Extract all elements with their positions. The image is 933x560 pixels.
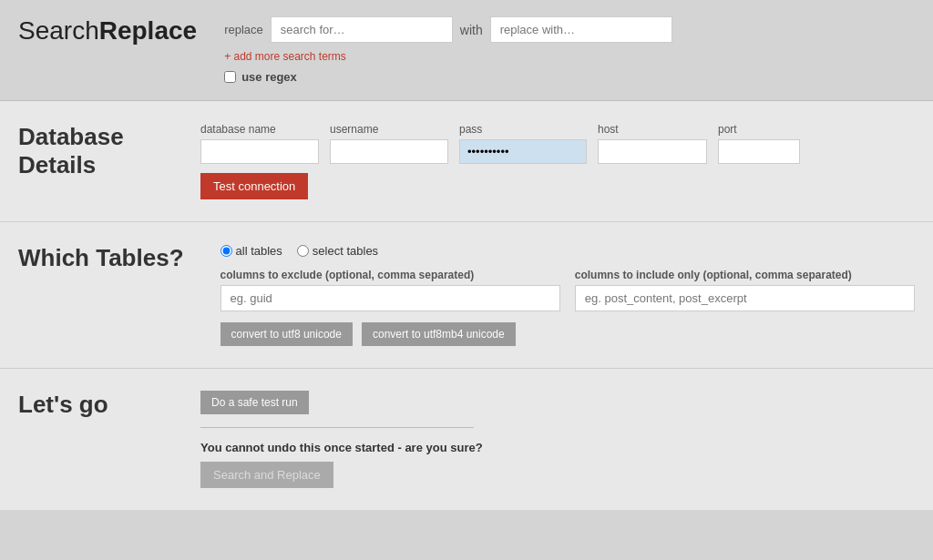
select-tables-label: select tables [313,244,378,258]
select-tables-radio[interactable] [297,245,309,257]
select-tables-option[interactable]: select tables [297,244,378,258]
db-name-field: database name [200,123,319,164]
title-bold: Replace [99,16,197,45]
include-label: columns to include only (optional, comma… [575,269,915,281]
search-replace-button[interactable]: Search and Replace [200,462,333,488]
safe-test-button[interactable]: Do a safe test run [200,391,309,414]
convert-utf8-button[interactable]: convert to utf8 unicode [220,322,353,346]
exclude-input[interactable] [220,285,560,311]
exclude-field: columns to exclude (optional, comma sepa… [220,269,560,311]
db-host-input[interactable] [598,139,707,164]
all-tables-label: all tables [236,244,282,258]
title-normal: Search [18,16,99,45]
convert-utf8mb4-button[interactable]: convert to utf8mb4 unicode [362,322,516,346]
lets-go-content: Do a safe test run You cannot undo this … [200,391,915,488]
regex-checkbox[interactable] [224,71,236,83]
include-input[interactable] [575,285,915,311]
search-input[interactable] [271,16,453,43]
db-name-input[interactable] [200,139,319,164]
db-port-field: port [718,123,800,164]
db-username-field: username itinfo [330,123,448,164]
replace-label: replace [224,23,263,36]
with-label: with [460,23,483,37]
exclude-label: columns to exclude (optional, comma sepa… [220,269,560,281]
database-content: database name username itinfo pass host … [200,123,915,199]
db-port-label: port [718,123,800,136]
db-pass-field: pass [459,123,587,164]
regex-row: use regex [224,70,672,84]
tables-content: all tables select tables columns to excl… [220,244,915,346]
db-port-input[interactable] [718,139,800,164]
add-more-link[interactable]: + add more search terms [224,50,672,63]
all-tables-option[interactable]: all tables [220,244,282,258]
tables-title: Which Tables? [18,244,184,272]
db-username-label: username [330,123,448,136]
database-section: Database Details database name username … [0,101,933,222]
search-row: replace with [224,16,672,43]
divider [200,427,474,428]
columns-row: columns to exclude (optional, comma sepa… [220,269,915,311]
all-tables-radio[interactable] [220,245,232,257]
tables-radio-row: all tables select tables [220,244,915,258]
warning-text: You cannot undo this once started - are … [200,441,915,454]
db-host-field: host [598,123,707,164]
convert-row: convert to utf8 unicode convert to utf8m… [220,322,915,346]
database-title: Database Details [18,123,164,179]
include-field: columns to include only (optional, comma… [575,269,915,311]
db-pass-label: pass [459,123,587,136]
app-title: SearchReplace [18,16,197,46]
tables-section: Which Tables? all tables select tables c… [0,222,933,369]
db-username-input[interactable]: itinfo [330,139,448,164]
db-fields-row: database name username itinfo pass host … [200,123,915,164]
lets-go-section: Let's go Do a safe test run You cannot u… [0,369,933,510]
db-pass-input[interactable] [459,139,587,164]
search-replace-header: SearchReplace replace with + add more se… [0,0,933,101]
replace-input[interactable] [490,16,672,43]
test-connection-button[interactable]: Test connection [200,173,308,199]
lets-go-title: Let's go [18,391,164,419]
regex-label: use regex [241,70,297,84]
db-host-label: host [598,123,707,136]
db-name-label: database name [200,123,319,136]
